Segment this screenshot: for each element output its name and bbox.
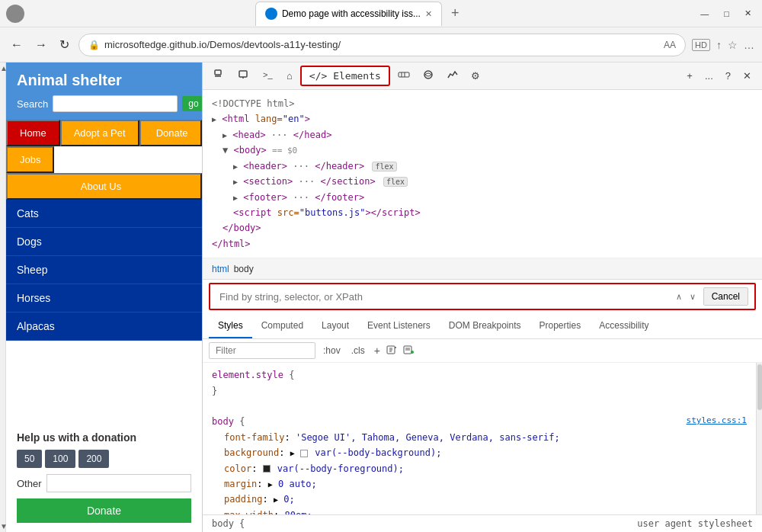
elements-panel-button[interactable]: </> Elements: [300, 66, 390, 86]
element-style-rule: element.style {: [212, 367, 747, 383]
more-tools-button[interactable]: +: [682, 67, 697, 85]
html-line[interactable]: ▶ <html lang="en">: [212, 111, 753, 127]
tab-layout[interactable]: Layout: [312, 314, 358, 338]
inspect-icon: [213, 69, 226, 81]
hover-filter-button[interactable]: :hov: [320, 344, 344, 357]
inspect-element-button[interactable]: [209, 66, 230, 86]
header-line[interactable]: ▶ <header> ··· </header> flex: [233, 159, 753, 174]
minimize-button[interactable]: —: [696, 8, 713, 20]
css-scrollbar[interactable]: [756, 363, 762, 514]
styles-tabs: Styles Computed Layout Event Listeners D…: [203, 313, 762, 339]
svg-point-3: [242, 77, 244, 79]
find-cancel-button[interactable]: Cancel: [703, 287, 748, 306]
devtools-toolbar: >_ ⌂ </> Elements: [203, 62, 762, 90]
svg-text:>_: >_: [263, 70, 273, 79]
network-button[interactable]: [393, 66, 415, 86]
breadcrumb-html[interactable]: html: [212, 264, 229, 274]
styles-filter-input[interactable]: [209, 342, 315, 359]
find-down-button[interactable]: ∨: [687, 290, 699, 303]
main-layout: ▲ ▼ Animal shelter Search go Home Adopt …: [0, 62, 762, 532]
console-button[interactable]: >_: [258, 66, 279, 86]
css-scrollbar-thumb[interactable]: [757, 364, 762, 410]
amount-200-button[interactable]: 200: [78, 450, 109, 468]
html-close-line: </html>: [212, 236, 753, 252]
devtools-more-button[interactable]: ...: [700, 67, 718, 85]
refresh-button[interactable]: ↻: [56, 34, 72, 55]
devtools-panel: >_ ⌂ </> Elements: [203, 62, 762, 532]
settings-button[interactable]: ⚙: [466, 67, 485, 85]
head-line[interactable]: ▶ <head> ··· </head>: [223, 127, 753, 143]
nav-donate-button[interactable]: Donate: [139, 120, 202, 146]
maximize-button[interactable]: □: [719, 8, 734, 20]
tab-computed[interactable]: Computed: [252, 314, 312, 338]
tab-properties[interactable]: Properties: [530, 314, 591, 338]
close-devtools-button[interactable]: ✕: [738, 67, 756, 85]
list-item-sheep[interactable]: Sheep: [6, 256, 202, 284]
new-tab-button[interactable]: +: [445, 2, 466, 24]
scroll-down[interactable]: ▼: [0, 521, 5, 532]
list-item-alpacas[interactable]: Alpacas: [6, 312, 202, 341]
performance-icon: [447, 69, 459, 81]
tab-styles[interactable]: Styles: [209, 314, 252, 338]
color-rule: color: var(--body-foreground);: [212, 461, 747, 476]
hd-icon[interactable]: HD: [692, 39, 710, 51]
lock-icon: 🔒: [88, 40, 100, 50]
active-tab[interactable]: Demo page with accessibility iss... ✕: [255, 2, 442, 26]
list-item-cats[interactable]: Cats: [6, 200, 202, 228]
body-rule-header: styles.css:1 body {: [212, 414, 747, 429]
nav-home-button[interactable]: Home: [6, 120, 60, 146]
section-line[interactable]: ▶ <section> ··· </section> flex: [233, 174, 753, 189]
css-source-link[interactable]: styles.css:1: [687, 414, 747, 428]
background-rule: background: ▶ var(--body-background);: [212, 445, 747, 460]
add-style-rule-button[interactable]: +: [373, 343, 382, 358]
back-button[interactable]: ←: [8, 35, 26, 55]
body-line[interactable]: ▼ <body> == $0: [223, 143, 753, 159]
shelter-header: Animal shelter Search go: [6, 62, 202, 120]
other-amount-input[interactable]: [46, 474, 191, 492]
max-width-rule: max-width: 80em;: [212, 508, 747, 514]
footer-line[interactable]: ▶ <footer> ··· </footer>: [233, 190, 753, 205]
sources-button[interactable]: [418, 66, 439, 86]
amount-50-button[interactable]: 50: [17, 450, 42, 468]
settings-menu[interactable]: …: [744, 39, 754, 51]
find-input[interactable]: [216, 290, 668, 304]
device-emulation-button[interactable]: [233, 66, 255, 86]
title-bar: Demo page with accessibility iss... ✕ + …: [0, 0, 762, 27]
nav-adopt-button[interactable]: Adopt a Pet: [60, 120, 139, 146]
search-input[interactable]: [53, 95, 178, 112]
help-button[interactable]: ?: [721, 67, 735, 85]
search-go-button[interactable]: go: [182, 96, 203, 111]
list-item-dogs[interactable]: Dogs: [6, 228, 202, 256]
tab-dom-breakpoints[interactable]: DOM Breakpoints: [440, 314, 530, 338]
element-style-close: }: [212, 383, 747, 399]
performance-button[interactable]: [442, 66, 463, 86]
amount-100-button[interactable]: 100: [45, 450, 75, 468]
breadcrumb-body[interactable]: body: [234, 264, 254, 274]
tab-accessibility[interactable]: Accessibility: [590, 314, 658, 338]
share-icon[interactable]: ↑: [716, 39, 722, 51]
favorites-icon[interactable]: ☆: [728, 39, 738, 51]
scroll-up[interactable]: ▲: [0, 62, 5, 74]
home-button[interactable]: ⌂: [282, 67, 297, 85]
sources-icon: [422, 69, 434, 81]
nav-jobs-button[interactable]: Jobs: [6, 146, 54, 173]
new-rule-icon: [386, 345, 397, 355]
tab-bar: Demo page with accessibility iss... ✕ +: [255, 2, 466, 26]
address-bar: ← → ↻ 🔒 microsoftedge.github.io/Demos/de…: [0, 27, 762, 62]
left-scrollbar[interactable]: ▲ ▼: [0, 62, 6, 532]
tab-favicon: [265, 8, 277, 20]
forward-button[interactable]: →: [32, 35, 50, 55]
element-state-button[interactable]: [402, 343, 415, 359]
tab-close-button[interactable]: ✕: [425, 9, 432, 19]
find-up-button[interactable]: ∧: [673, 290, 685, 303]
url-bar[interactable]: 🔒 microsoftedge.github.io/Demos/devtools…: [78, 34, 686, 56]
donate-button[interactable]: Donate: [17, 498, 191, 523]
tab-event-listeners[interactable]: Event Listeners: [358, 314, 440, 338]
profile-avatar[interactable]: [6, 5, 24, 23]
list-item-horses[interactable]: Horses: [6, 284, 202, 312]
class-filter-button[interactable]: .cls: [348, 344, 368, 357]
nav-about-button[interactable]: About Us: [6, 173, 202, 200]
new-style-rule-button[interactable]: [385, 343, 399, 359]
close-window-button[interactable]: ✕: [740, 7, 756, 20]
padding-rule: padding: ▶ 0;: [212, 492, 747, 507]
